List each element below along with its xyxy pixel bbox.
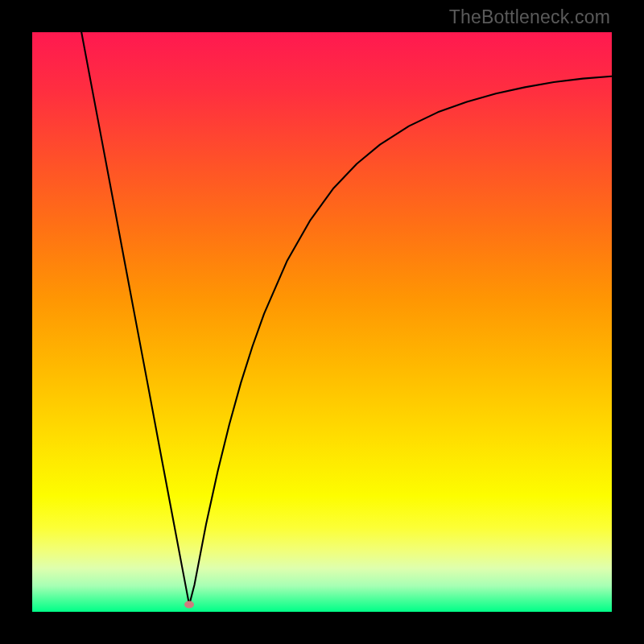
chart-frame: TheBottleneck.com [0,0,644,644]
plot-area [32,32,612,612]
bottleneck-curve [32,32,612,612]
watermark-text: TheBottleneck.com [449,6,610,28]
minimum-marker [184,601,194,609]
